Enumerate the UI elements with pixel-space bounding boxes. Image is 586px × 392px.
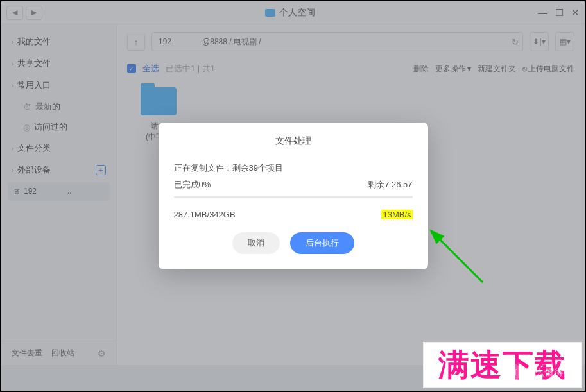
copying-status: 正在复制文件：剩余39个项目 [174, 162, 283, 174]
progress-bar [174, 196, 413, 198]
transfer-speed: 13MB/s [381, 210, 412, 219]
cancel-button[interactable]: 取消 [232, 232, 280, 254]
file-progress-dialog: 文件处理 正在复制文件：剩余39个项目 已完成0% 剩余7:26:57 287.… [159, 123, 428, 269]
time-remaining: 剩余7:26:57 [368, 179, 412, 191]
modal-overlay: 文件处理 正在复制文件：剩余39个项目 已完成0% 剩余7:26:57 287.… [1, 1, 585, 391]
dialog-title: 文件处理 [174, 135, 413, 147]
progress-percent: 已完成0% [174, 179, 211, 191]
background-button[interactable]: 后台执行 [290, 232, 354, 254]
annotation-banner: 满速下载 [423, 342, 582, 388]
size-progress: 287.1MB/342GB [174, 210, 236, 219]
